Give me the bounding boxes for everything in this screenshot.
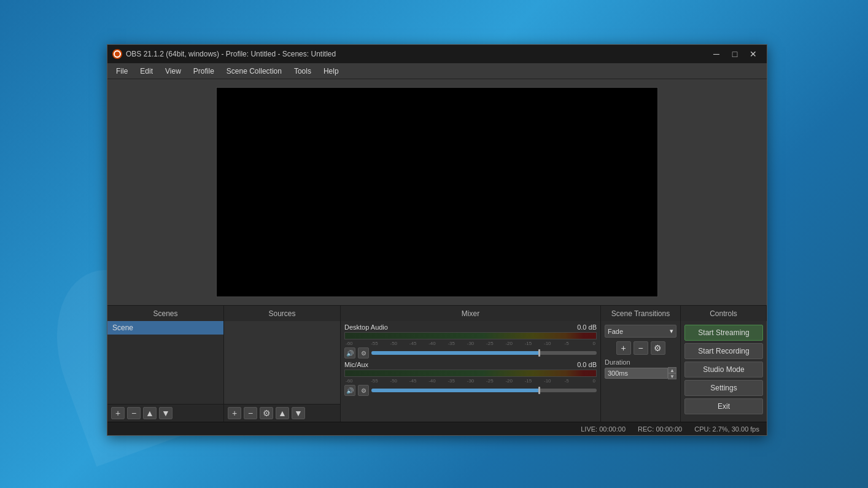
controls-header: Controls [681, 306, 767, 321]
rec-time: 00:00:00 [656, 425, 682, 433]
menu-view[interactable]: View [159, 65, 187, 77]
live-label: LIVE: [581, 425, 597, 433]
sources-settings-button[interactable]: ⚙ [260, 407, 273, 419]
desktop-mute-btn[interactable]: 🔊 [344, 347, 355, 358]
obs-icon [112, 49, 122, 59]
scenes-remove-button[interactable]: − [127, 407, 141, 419]
scenes-footer: + − ▲ ▼ [107, 404, 223, 422]
mic-fader-row: 🔊 ⚙ [344, 385, 597, 396]
mic-config-btn[interactable]: ⚙ [358, 385, 369, 396]
mixer-panel: Desktop Audio 0.0 dB -60 -55 -50 -45 -40… [341, 321, 601, 422]
live-status: LIVE: 00:00:00 [581, 425, 626, 433]
transition-config-button[interactable]: ⚙ [651, 341, 665, 355]
bottom-section: Scenes Sources Mixer Scene Transitions C… [107, 305, 767, 422]
rec-label: REC: [638, 425, 654, 433]
transition-add-button[interactable]: + [616, 341, 631, 355]
scenes-header: Scenes [107, 306, 224, 321]
start-streaming-button[interactable]: Start Streaming [684, 325, 763, 341]
menu-tools[interactable]: Tools [288, 65, 317, 77]
mic-aux-db: 0.0 dB [577, 361, 597, 368]
sources-add-button[interactable]: + [228, 407, 241, 419]
sources-header: Sources [224, 306, 341, 321]
duration-spinner: ▲ ▼ [668, 367, 676, 379]
duration-value[interactable]: 300ms [605, 368, 668, 379]
desktop-audio-meter [344, 332, 597, 339]
transition-remove-button[interactable]: − [634, 341, 648, 355]
settings-button[interactable]: Settings [684, 380, 763, 396]
titlebar: OBS 21.1.2 (64bit, windows) - Profile: U… [107, 45, 767, 63]
sources-down-button[interactable]: ▼ [292, 407, 305, 419]
mic-aux-header: Mic/Aux 0.0 dB [344, 361, 597, 368]
duration-up-button[interactable]: ▲ [668, 367, 676, 373]
menu-profile[interactable]: Profile [187, 65, 220, 77]
menu-edit[interactable]: Edit [134, 65, 159, 77]
mic-aux-meter [344, 370, 597, 377]
transition-value: Fade [608, 328, 623, 335]
scene-item[interactable]: Scene [107, 321, 223, 335]
transitions-btns: + − ⚙ [605, 341, 676, 355]
sources-up-button[interactable]: ▲ [276, 407, 289, 419]
duration-label: Duration [605, 358, 676, 366]
preview-area [107, 79, 767, 305]
titlebar-controls: ─ □ ✕ [708, 48, 762, 60]
maximize-button[interactable]: □ [726, 48, 743, 60]
preview-canvas [216, 87, 658, 297]
sources-remove-button[interactable]: − [244, 407, 257, 419]
sources-footer: + − ⚙ ▲ ▼ [224, 404, 340, 422]
exit-button[interactable]: Exit [684, 398, 763, 414]
desktop-fader[interactable] [371, 351, 597, 355]
scenes-panel: Scene + − ▲ ▼ [107, 321, 224, 422]
chevron-down-icon: ▾ [670, 327, 673, 335]
duration-input: 300ms ▲ ▼ [605, 367, 676, 379]
window-title: OBS 21.1.2 (64bit, windows) - Profile: U… [126, 50, 336, 58]
menu-file[interactable]: File [110, 65, 134, 77]
statusbar: LIVE: 00:00:00 REC: 00:00:00 CPU: 2.7%, … [107, 422, 767, 435]
duration-row: Duration 300ms ▲ ▼ [605, 358, 676, 379]
obs-window: OBS 21.1.2 (64bit, windows) - Profile: U… [107, 44, 767, 436]
desktop-fader-row: 🔊 ⚙ [344, 347, 597, 358]
start-recording-button[interactable]: Start Recording [684, 343, 763, 359]
mic-aux-name: Mic/Aux [344, 361, 368, 368]
menu-help[interactable]: Help [317, 65, 345, 77]
panel-headers: Scenes Sources Mixer Scene Transitions C… [107, 305, 767, 321]
mic-mute-btn[interactable]: 🔊 [344, 385, 355, 396]
rec-status: REC: 00:00:00 [638, 425, 682, 433]
duration-down-button[interactable]: ▼ [668, 373, 676, 379]
scenes-add-button[interactable]: + [111, 407, 125, 419]
cpu-value: 2.7%, 30.00 fps [713, 425, 759, 433]
scenes-up-button[interactable]: ▲ [143, 407, 157, 419]
scenes-down-button[interactable]: ▼ [159, 407, 172, 419]
transitions-header: Scene Transitions [601, 306, 681, 321]
controls-panel: Start Streaming Start Recording Studio M… [681, 321, 767, 422]
studio-mode-button[interactable]: Studio Mode [684, 362, 763, 378]
desktop-config-btn[interactable]: ⚙ [358, 347, 369, 358]
sources-content [224, 321, 340, 404]
titlebar-left: OBS 21.1.2 (64bit, windows) - Profile: U… [112, 49, 336, 59]
desktop-audio-track: Desktop Audio 0.0 dB -60 -55 -50 -45 -40… [344, 323, 597, 358]
desktop-audio-header: Desktop Audio 0.0 dB [344, 323, 597, 331]
close-button[interactable]: ✕ [745, 48, 762, 60]
transition-select[interactable]: Fade ▾ [605, 325, 676, 338]
minimize-button[interactable]: ─ [708, 48, 725, 60]
desktop-audio-db: 0.0 dB [577, 323, 597, 331]
cpu-label: CPU: [694, 425, 710, 433]
desktop-audio-name: Desktop Audio [344, 323, 388, 331]
mic-fader[interactable] [371, 389, 597, 392]
sources-panel: + − ⚙ ▲ ▼ [224, 321, 341, 422]
transitions-panel: Fade ▾ + − ⚙ Duration 300ms ▲ ▼ [601, 321, 681, 422]
mic-aux-track: Mic/Aux 0.0 dB -60 -55 -50 -45 -40 -35 -… [344, 361, 597, 396]
panel-contents: Scene + − ▲ ▼ + − ⚙ ▲ ▼ [107, 321, 767, 422]
live-time: 00:00:00 [599, 425, 626, 433]
cpu-status: CPU: 2.7%, 30.00 fps [694, 425, 759, 433]
mixer-header: Mixer [341, 306, 601, 321]
menu-scene-collection[interactable]: Scene Collection [220, 65, 288, 77]
menubar: File Edit View Profile Scene Collection … [107, 63, 767, 79]
